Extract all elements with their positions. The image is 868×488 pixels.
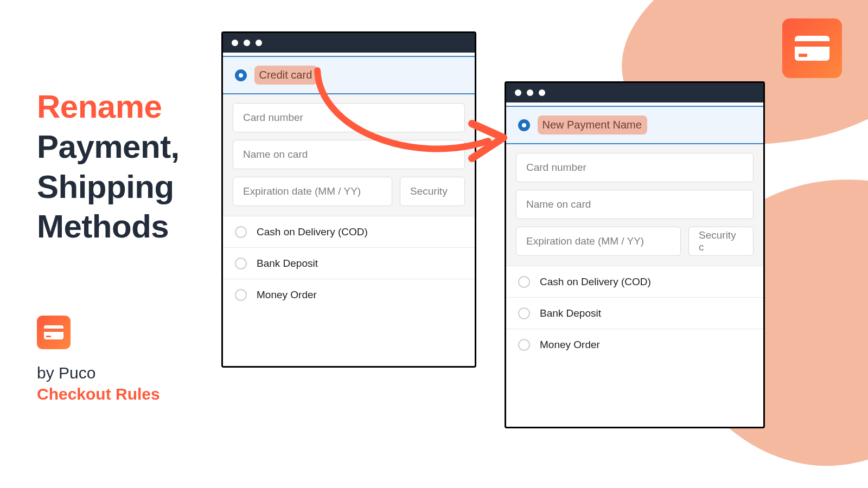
- highlighted-label-wrap: New Payment Name: [542, 119, 641, 131]
- name-on-card-input[interactable]: Name on card: [516, 190, 754, 219]
- radio-unselected-icon: [518, 339, 530, 351]
- payment-option-bank-deposit[interactable]: Bank Deposit: [223, 248, 475, 279]
- payment-option-money-order[interactable]: Money Order: [506, 329, 763, 361]
- security-code-input[interactable]: Security c: [688, 227, 754, 256]
- radio-selected-icon: [235, 69, 247, 81]
- window-control-dot: [515, 89, 521, 96]
- field-placeholder: Card number: [526, 162, 586, 174]
- field-placeholder: Security: [410, 185, 448, 197]
- radio-unselected-icon: [518, 276, 530, 288]
- card-number-input[interactable]: Card number: [233, 103, 465, 132]
- browser-window-after: New Payment Name Card number Name on car…: [505, 81, 765, 428]
- headline-line-2: Payment,: [37, 127, 180, 167]
- card-form: Card number Name on card Expiration date…: [223, 94, 475, 216]
- headline-line-4: Methods: [37, 207, 180, 247]
- payment-option-cod[interactable]: Cash on Delivery (COD): [506, 266, 763, 298]
- radio-unselected-icon: [518, 307, 530, 319]
- window-control-dot: [244, 40, 250, 46]
- payment-option-label: Credit card: [259, 69, 312, 81]
- radio-unselected-icon: [235, 289, 247, 301]
- window-control-dot: [539, 89, 545, 96]
- payment-option-bank-deposit[interactable]: Bank Deposit: [506, 298, 763, 329]
- radio-unselected-icon: [235, 226, 247, 238]
- payment-option-label: Money Order: [540, 339, 600, 351]
- credit-card-icon: [44, 325, 63, 339]
- payment-option-money-order[interactable]: Money Order: [223, 279, 475, 311]
- field-placeholder: Expiration date (MM / YY): [243, 185, 361, 197]
- window-control-dot: [256, 40, 262, 46]
- expiration-input[interactable]: Expiration date (MM / YY): [233, 177, 392, 206]
- payment-option-renamed[interactable]: New Payment Name: [506, 106, 763, 144]
- byline-product: Checkout Rules: [37, 383, 160, 404]
- byline-author: by Puco: [37, 364, 95, 382]
- payment-option-label: Bank Deposit: [257, 258, 318, 269]
- radio-unselected-icon: [235, 258, 247, 269]
- card-number-input[interactable]: Card number: [516, 153, 754, 182]
- payment-option-credit-card[interactable]: Credit card: [223, 56, 475, 94]
- card-form: Card number Name on card Expiration date…: [506, 144, 763, 266]
- payment-option-label: Money Order: [257, 289, 317, 301]
- payment-option-label: Cash on Delivery (COD): [257, 226, 368, 238]
- field-placeholder: Name on card: [526, 198, 591, 210]
- window-control-dot: [527, 89, 533, 96]
- window-control-dot: [232, 40, 238, 46]
- payment-option-label: New Payment Name: [542, 119, 641, 131]
- field-placeholder: Name on card: [243, 149, 308, 160]
- browser-window-before: Credit card Card number Name on card Exp…: [221, 31, 476, 368]
- window-titlebar: [506, 83, 763, 102]
- brand-logo-top-right: [782, 18, 842, 78]
- highlighted-label-wrap: Credit card: [259, 69, 312, 81]
- payment-option-label: Cash on Delivery (COD): [540, 276, 651, 288]
- payment-option-cod[interactable]: Cash on Delivery (COD): [223, 216, 475, 248]
- field-placeholder: Card number: [243, 112, 303, 124]
- window-titlebar: [223, 33, 475, 53]
- security-code-input[interactable]: Security: [400, 177, 465, 206]
- payment-option-label: Bank Deposit: [540, 307, 601, 319]
- name-on-card-input[interactable]: Name on card: [233, 140, 465, 169]
- headline-line-3: Shipping: [37, 167, 180, 207]
- field-placeholder: Expiration date (MM / YY): [526, 235, 644, 247]
- brand-logo-small: [37, 316, 71, 349]
- radio-selected-icon: [518, 119, 530, 131]
- byline: by Puco Checkout Rules: [37, 362, 160, 404]
- credit-card-icon: [795, 36, 829, 61]
- field-placeholder: Security c: [699, 229, 743, 253]
- headline: Rename Payment, Shipping Methods: [37, 87, 180, 247]
- expiration-input[interactable]: Expiration date (MM / YY): [516, 227, 681, 256]
- headline-line-1: Rename: [37, 87, 180, 127]
